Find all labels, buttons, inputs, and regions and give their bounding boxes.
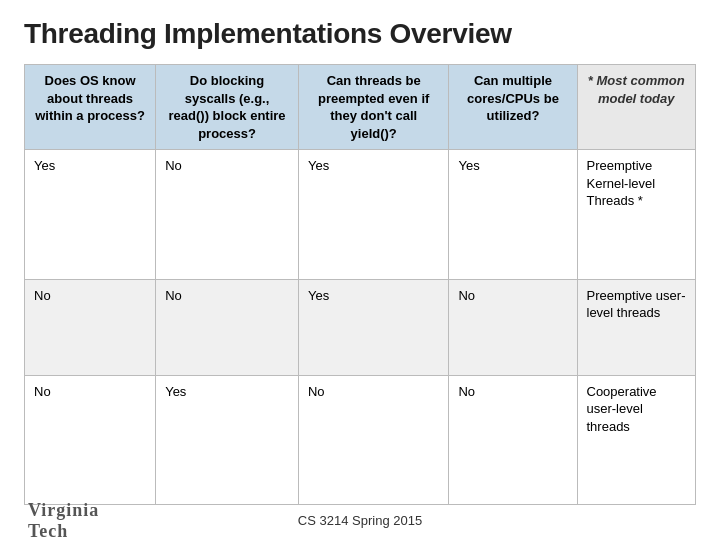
row1-col5: Preemptive Kernel-level Threads * (577, 150, 696, 279)
page: Threading Implementations Overview Does … (0, 0, 720, 540)
table-header-row: Does OS know about threads within a proc… (25, 65, 696, 150)
col-header-2: Do blocking syscalls (e.g., read()) bloc… (156, 65, 299, 150)
footer: VT VirginiaTech CS 3214 Spring 2015 (24, 505, 696, 528)
col-header-3: Can threads be preempted even if they do… (298, 65, 449, 150)
row1-col4: Yes (449, 150, 577, 279)
col-header-4: Can multiple cores/CPUs be utilized? (449, 65, 577, 150)
page-title: Threading Implementations Overview (24, 18, 696, 50)
col-header-5: * Most common model today (577, 65, 696, 150)
row3-col3: No (298, 375, 449, 504)
table-row: No No Yes No Preemptive user-level threa… (25, 279, 696, 375)
row2-col1: No (25, 279, 156, 375)
row1-col1: Yes (25, 150, 156, 279)
row2-col2: No (156, 279, 299, 375)
table-row: Yes No Yes Yes Preemptive Kernel-level T… (25, 150, 696, 279)
col-header-1: Does OS know about threads within a proc… (25, 65, 156, 150)
row3-col1: No (25, 375, 156, 504)
row3-col4: No (449, 375, 577, 504)
row3-col2: Yes (156, 375, 299, 504)
row3-col5: Cooperative user-level threads (577, 375, 696, 504)
table-row: No Yes No No Cooperative user-level thre… (25, 375, 696, 504)
logo-area: VT VirginiaTech (24, 503, 84, 539)
row1-col2: No (156, 150, 299, 279)
footer-course-text: CS 3214 Spring 2015 (298, 513, 422, 528)
vt-name-text: VirginiaTech (28, 500, 99, 541)
row2-col3: Yes (298, 279, 449, 375)
row2-col4: No (449, 279, 577, 375)
vt-logo: VT VirginiaTech (24, 503, 84, 539)
row2-col5: Preemptive user-level threads (577, 279, 696, 375)
threading-table: Does OS know about threads within a proc… (24, 64, 696, 505)
row1-col3: Yes (298, 150, 449, 279)
